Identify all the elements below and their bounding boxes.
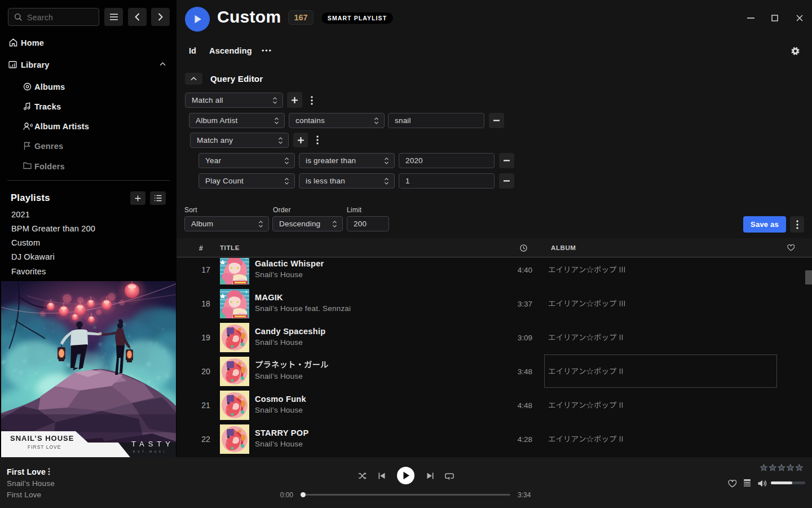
svg-text:FIRST LOVE: FIRST LOVE: [28, 444, 61, 450]
svg-text:TASTY: TASTY: [131, 440, 174, 448]
svg-text:BST.MAXI: BST.MAXI: [133, 450, 167, 453]
svg-text:SNAIL’S HOUSE: SNAIL’S HOUSE: [10, 434, 74, 443]
